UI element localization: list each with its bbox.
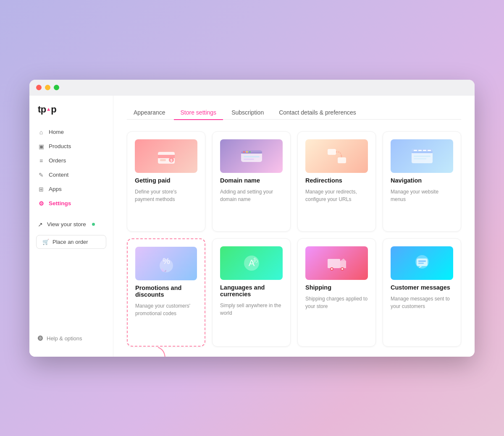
maximize-button[interactable] — [54, 85, 59, 90]
card-redirections[interactable]: Redirections Manage your redirects, conf… — [297, 131, 376, 232]
sidebar-item-orders-label: Orders — [49, 157, 66, 164]
card-shipping[interactable]: Shipping Shipping charges applied to you… — [297, 238, 376, 346]
card-title-redirections: Redirections — [305, 177, 368, 184]
tab-appearance[interactable]: Appearance — [127, 106, 172, 120]
tab-store-settings[interactable]: Store settings — [174, 106, 223, 120]
navigation-illustration — [410, 146, 435, 167]
card-desc-domain: Adding and setting your domain name — [220, 188, 283, 203]
card-title-domain: Domain name — [220, 177, 283, 184]
store-online-dot — [92, 223, 95, 226]
tab-subscription[interactable]: Subscription — [225, 106, 270, 120]
svg-rect-22 — [428, 150, 431, 151]
sidebar-item-orders[interactable]: ≡ Orders — [29, 154, 113, 168]
svg-point-8 — [243, 151, 245, 153]
orders-icon: ≡ — [38, 157, 45, 164]
close-button[interactable] — [36, 85, 42, 90]
languages-illustration: A あ — [240, 253, 263, 274]
sidebar-item-home[interactable]: ⌂ Home — [29, 125, 113, 139]
tab-contact-details[interactable]: Contact details & preferences — [272, 106, 363, 120]
apps-icon: ⊞ — [38, 186, 45, 193]
svg-rect-14 — [338, 157, 346, 163]
sidebar-item-settings[interactable]: ⚙ Settings — [29, 196, 113, 211]
sidebar-item-settings-label: Settings — [49, 200, 71, 206]
svg-rect-37 — [418, 261, 426, 262]
svg-rect-11 — [244, 156, 260, 157]
view-store-item[interactable]: ↗ View your store — [29, 217, 113, 232]
card-image-redirections — [305, 139, 368, 173]
svg-rect-21 — [423, 150, 426, 151]
svg-rect-12 — [244, 159, 254, 160]
redirections-illustration — [326, 146, 348, 167]
card-desc-navigation: Manage your website menus — [391, 188, 453, 203]
place-order-label: Place an order — [52, 239, 88, 245]
domain-illustration — [240, 148, 263, 164]
getting-paid-illustration: $ — [156, 146, 177, 167]
external-link-icon: ↗ — [38, 221, 43, 228]
svg-rect-23 — [414, 156, 430, 157]
sidebar: tp▲p ⌂ Home ▣ Products ≡ Orders ✎ Conten… — [29, 96, 113, 357]
minimize-button[interactable] — [45, 85, 50, 90]
svg-rect-13 — [328, 149, 336, 155]
card-languages[interactable]: A あ Languages and currencies Simply sell… — [212, 238, 291, 346]
logo: tp▲p — [29, 104, 113, 125]
view-store-label: View your store — [47, 221, 86, 227]
card-image-navigation — [391, 139, 453, 173]
svg-point-10 — [249, 151, 251, 153]
card-desc-redirections: Manage your redirects, configure your UR… — [305, 188, 368, 203]
sidebar-item-content[interactable]: ✎ Content — [29, 168, 113, 182]
messages-illustration — [411, 253, 433, 274]
svg-rect-38 — [418, 263, 424, 264]
nav-items: ⌂ Home ▣ Products ≡ Orders ✎ Content ⊞ — [29, 125, 113, 329]
card-desc-shipping: Shipping charges applied to your store — [305, 295, 368, 310]
card-getting-paid[interactable]: $ Getting paid Define your store's payme… — [127, 131, 205, 232]
promotions-illustration: % — [155, 253, 178, 274]
app-body: tp▲p ⌂ Home ▣ Products ≡ Orders ✎ Conten… — [29, 96, 475, 357]
help-label: Help & options — [47, 335, 82, 342]
card-image-promotions: % — [135, 247, 197, 280]
settings-icon: ⚙ — [38, 200, 45, 207]
card-title-languages: Languages and currencies — [220, 284, 283, 298]
card-navigation[interactable]: Navigation Manage your website menus — [383, 131, 461, 232]
card-title-shipping: Shipping — [305, 284, 368, 291]
card-image-domain — [220, 139, 283, 173]
content-icon: ✎ — [38, 172, 45, 178]
card-desc-messages: Manage messages sent to your customers — [391, 295, 453, 310]
card-image-languages: A あ — [220, 246, 283, 280]
svg-text:あ: あ — [252, 256, 258, 263]
svg-rect-20 — [418, 150, 422, 151]
settings-cards-grid: $ Getting paid Define your store's payme… — [127, 131, 461, 347]
svg-marker-15 — [341, 156, 342, 157]
sidebar-item-products-label: Products — [49, 143, 71, 149]
card-desc-languages: Simply sell anywhere in the world — [220, 302, 283, 317]
card-title-promotions: Promotions and discounts — [135, 285, 197, 298]
sidebar-item-products[interactable]: ▣ Products — [29, 139, 113, 154]
svg-rect-19 — [414, 150, 417, 151]
sidebar-item-home-label: Home — [49, 129, 64, 135]
place-order-button[interactable]: 🛒 Place an order — [36, 235, 106, 249]
sidebar-item-content-label: Content — [49, 172, 68, 178]
svg-point-34 — [341, 268, 343, 270]
title-bar — [29, 80, 475, 96]
card-title-navigation: Navigation — [391, 177, 453, 184]
sidebar-item-apps-label: Apps — [49, 186, 62, 192]
traffic-lights — [36, 85, 59, 90]
svg-rect-36 — [417, 258, 428, 266]
card-domain-name[interactable]: Domain name Adding and setting your doma… — [212, 131, 291, 232]
sidebar-item-apps[interactable]: ⊞ Apps — [29, 182, 113, 196]
svg-point-9 — [246, 151, 248, 153]
card-image-messages — [391, 246, 453, 280]
card-image-getting-paid: $ — [135, 139, 197, 173]
products-icon: ▣ — [38, 143, 45, 150]
svg-rect-2 — [160, 159, 166, 161]
card-promotions[interactable]: % Promotions and discounts Manage your c… — [127, 238, 205, 346]
card-title-getting-paid: Getting paid — [135, 177, 197, 184]
card-customer-messages[interactable]: Customer messages Manage messages sent t… — [383, 238, 461, 346]
tabs-bar: Appearance Store settings Subscription C… — [127, 106, 461, 120]
shipping-illustration — [324, 253, 349, 274]
main-content: Appearance Store settings Subscription C… — [113, 96, 475, 357]
svg-rect-18 — [412, 151, 433, 153]
svg-text:%: % — [163, 256, 170, 266]
logo-crown: ▲ — [46, 106, 51, 112]
help-options-item[interactable]: ⓿ Help & options — [29, 329, 113, 348]
app-window: tp▲p ⌂ Home ▣ Products ≡ Orders ✎ Conten… — [29, 80, 475, 357]
